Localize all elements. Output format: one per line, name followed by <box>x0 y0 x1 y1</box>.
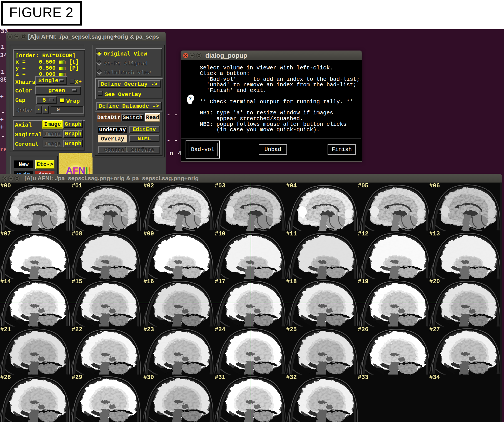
svg-text:?: ? <box>189 96 192 101</box>
svg-text:AFNI!: AFNI! <box>66 165 91 174</box>
